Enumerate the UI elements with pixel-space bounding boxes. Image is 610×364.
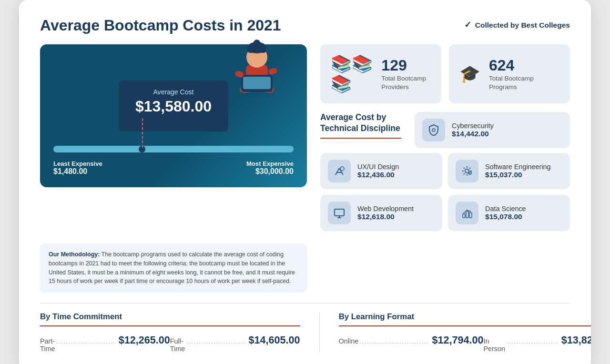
part-time-item: Part-Time........................$12,265… [40, 334, 170, 353]
by-format-divider [339, 325, 591, 326]
svg-point-19 [469, 172, 470, 173]
methodology-bold: Our Methodology: [49, 251, 100, 258]
by-time-divider [40, 325, 300, 326]
webdev-name: Web Development [357, 205, 414, 212]
top-section: Average Cost $13,580.00 Least Expensive … [40, 44, 570, 231]
methodology-box: Our Methodology: The bootcamp programs u… [40, 243, 307, 293]
range-section: Least Expensive $1,480.00 Most Expensive… [40, 136, 307, 187]
uxui-cost: $12,436.00 [357, 171, 399, 179]
chart-icon [456, 202, 478, 224]
svg-rect-5 [243, 77, 271, 89]
cost-value: $13,580.00 [129, 98, 218, 115]
svg-rect-25 [469, 212, 472, 218]
part-time-dots: ........................ [56, 337, 115, 345]
monitor-icon [328, 202, 351, 224]
main-card: Average Bootcamp Costs in 2021 ✓ Collect… [19, 0, 591, 364]
graduation-icon: 🎓 [459, 64, 480, 84]
part-time-price: $12,265.00 [119, 334, 170, 346]
discipline-card-software: Software Engineering $15,037.00 [448, 153, 570, 189]
discipline-header: Average Cost byTechnical Discipline C [320, 112, 570, 148]
design-icon [328, 160, 351, 182]
left-lower: Our Methodology: The bootcamp programs u… [40, 242, 307, 293]
by-format-title: By Learning Format [339, 312, 591, 322]
stat-cards-row: 📚📚📚 129 Total Bootcamp Providers 🎓 624 T… [320, 44, 570, 103]
discipline-card-webdev: Web Development $12,618.00 [320, 195, 442, 231]
range-bar-wrap [53, 145, 294, 153]
svg-rect-23 [463, 214, 465, 218]
full-time-dots: ........................ [186, 337, 245, 345]
books-icon: 📚📚📚 [331, 54, 373, 94]
datascience-cost: $15,078.00 [485, 212, 526, 221]
collected-by-label: Collected by Best Colleges [475, 21, 570, 30]
webdev-cost: $12,618.00 [357, 212, 414, 221]
software-cost: $15,037.00 [485, 171, 551, 179]
online-price: $12,794.00 [432, 334, 483, 346]
range-bar-fill [53, 146, 294, 152]
by-time-row: Part-Time........................$12,265… [40, 334, 300, 353]
discipline-card-datascience: Data Science $15,078.00 [448, 195, 570, 231]
cybersecurity-cost: $14,442.00 [452, 130, 494, 138]
person-illustration [226, 17, 288, 98]
svg-rect-11 [268, 67, 278, 75]
svg-rect-20 [335, 209, 344, 216]
in-person-price: $13,824.00 [561, 334, 591, 346]
in-person-dots: ..................... [506, 337, 559, 345]
in-person-label: In Person [483, 337, 505, 353]
svg-line-13 [336, 168, 339, 175]
bottom-section: By Time Commitment Part-Time............… [40, 303, 570, 353]
providers-desc: Total Bootcamp Providers [381, 74, 431, 91]
range-labels: Least Expensive $1,480.00 Most Expensive… [53, 160, 294, 176]
svg-line-14 [339, 168, 343, 175]
gear-icon [456, 160, 478, 182]
least-expensive-label: Least Expensive $1,480.00 [53, 160, 102, 176]
svg-rect-24 [466, 211, 468, 218]
right-section: 📚📚📚 129 Total Bootcamp Providers 🎓 624 T… [320, 44, 570, 231]
datascience-name: Data Science [485, 205, 526, 212]
svg-point-9 [253, 40, 261, 49]
hero-card: Average Cost $13,580.00 Least Expensive … [40, 44, 307, 187]
providers-number: 129 [381, 57, 431, 74]
discipline-section: Average Cost byTechnical Discipline C [320, 112, 570, 231]
shield-icon [422, 119, 445, 142]
uxui-name: UX/UI Design [357, 163, 399, 171]
full-time-item: Full-Time........................$14,605… [170, 334, 300, 353]
part-time-label: Part-Time [40, 337, 55, 353]
online-label: Online [339, 337, 359, 345]
cost-label: Average Cost [129, 88, 218, 96]
by-time-col: By Time Commitment Part-Time............… [40, 312, 319, 353]
by-format-col: By Learning Format Online...............… [319, 312, 591, 353]
discipline-title-block: Average Cost byTechnical Discipline [320, 112, 401, 144]
programs-desc: Total Bootcamp Programs [489, 74, 559, 91]
by-time-title: By Time Commitment [40, 312, 300, 322]
most-expensive-label: Most Expensive $30,000.00 [246, 160, 294, 176]
lower-section: Our Methodology: The bootcamp programs u… [40, 242, 570, 293]
discipline-card-uxui: UX/UI Design $12,436.00 [320, 153, 442, 189]
svg-point-16 [340, 167, 344, 171]
full-time-price: $14,605.00 [249, 334, 300, 346]
in-person-item: In Person.....................$13,824.00 [483, 334, 591, 353]
cost-tooltip: Average Cost $13,580.00 [119, 81, 228, 131]
range-dashed-line [142, 118, 143, 148]
software-name: Software Engineering [485, 163, 551, 171]
stat-card-providers: 📚📚📚 129 Total Bootcamp Providers [320, 44, 441, 103]
full-time-label: Full-Time [170, 337, 185, 353]
online-item: Online............................$12,79… [339, 334, 484, 346]
verified-icon: ✓ [464, 20, 471, 30]
online-dots: ............................ [359, 337, 429, 345]
by-format-row: Online............................$12,79… [339, 334, 591, 353]
programs-number: 624 [489, 57, 559, 74]
stat-card-programs: 🎓 624 Total Bootcamp Programs [449, 44, 570, 103]
collected-by: ✓ Collected by Best Colleges [464, 20, 570, 30]
discipline-card-cybersecurity: Cybersecurity $14,442.00 [415, 112, 570, 148]
svg-point-12 [432, 129, 435, 131]
discipline-grid: UX/UI Design $12,436.00 [320, 153, 570, 231]
cybersecurity-name: Cybersecurity [452, 122, 494, 130]
discipline-title: Average Cost byTechnical Discipline [320, 112, 401, 134]
header-row: Average Bootcamp Costs in 2021 ✓ Collect… [40, 17, 570, 34]
